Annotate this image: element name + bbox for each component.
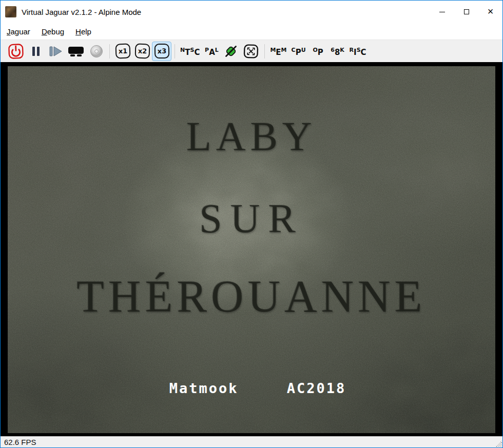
power-button[interactable] bbox=[6, 42, 26, 61]
fullscreen-icon bbox=[243, 43, 259, 60]
frame-advance-button[interactable] bbox=[46, 42, 65, 61]
titlebar[interactable]: Virtual Jaguar v2.1.2 - Alpine Mode × bbox=[1, 1, 502, 23]
scale-x1-button[interactable]: x1 bbox=[113, 42, 132, 61]
menu-help[interactable]: Help bbox=[70, 23, 97, 40]
maximize-button[interactable] bbox=[454, 1, 478, 23]
app-window: Virtual Jaguar v2.1.2 - Alpine Mode × Ja… bbox=[0, 0, 503, 448]
toolbar-separator bbox=[264, 44, 265, 59]
green-slash-icon bbox=[223, 44, 239, 59]
menu-debug[interactable]: Debug bbox=[36, 23, 70, 40]
statusbar: 62.6 FPS bbox=[1, 436, 502, 447]
credit-event: AC2018 bbox=[287, 380, 346, 396]
close-icon: × bbox=[488, 6, 494, 16]
menubar: Jaguar Debug Help bbox=[1, 23, 502, 40]
ntsc-button[interactable]: NTSC bbox=[178, 42, 202, 61]
m68k-browser-button[interactable]: 68K bbox=[328, 42, 347, 61]
minimize-button[interactable] bbox=[430, 1, 454, 23]
fps-counter: 62.6 FPS bbox=[4, 438, 36, 446]
scale-x3-button[interactable]: x3 bbox=[152, 42, 171, 61]
menu-jaguar[interactable]: Jaguar bbox=[1, 23, 36, 40]
x3-icon: x3 bbox=[154, 44, 169, 59]
memory-browser-button[interactable]: MEM bbox=[268, 42, 288, 61]
frame-advance-icon bbox=[48, 44, 63, 59]
minimize-icon bbox=[439, 12, 445, 12]
power-icon bbox=[8, 43, 24, 60]
credit-author: Matmook bbox=[169, 380, 239, 396]
cartridge-icon bbox=[67, 44, 85, 59]
x1-icon: x1 bbox=[115, 44, 130, 59]
pause-button[interactable] bbox=[26, 42, 46, 61]
cd-icon bbox=[89, 44, 104, 59]
toolbar-separator bbox=[109, 44, 110, 59]
toolbar: x1 x2 x3 NTSC PAL bbox=[1, 40, 502, 62]
emulator-screen: LABY SUR THÉROUANNE Matmook AC2018 bbox=[1, 62, 502, 436]
app-icon[interactable] bbox=[5, 6, 16, 17]
game-title-line-2: SUR bbox=[8, 196, 495, 242]
x2-icon: x2 bbox=[134, 44, 150, 59]
game-title-screen: LABY SUR THÉROUANNE Matmook AC2018 bbox=[8, 66, 495, 433]
cpu-browser-button[interactable]: CPU bbox=[289, 42, 308, 61]
risc-browser-button[interactable]: RISC bbox=[347, 42, 369, 61]
maximize-icon bbox=[464, 9, 469, 14]
close-button[interactable]: × bbox=[478, 1, 502, 23]
game-title-line-1: LABY bbox=[8, 113, 495, 160]
game-credits: Matmook AC2018 bbox=[8, 380, 495, 396]
game-title-line-3: THÉROUANNE bbox=[8, 270, 495, 322]
pause-icon bbox=[29, 44, 43, 59]
window-title: Virtual Jaguar v2.1.2 - Alpine Mode bbox=[22, 8, 141, 16]
op-browser-button[interactable]: OP bbox=[308, 42, 328, 61]
insert-cd-button[interactable] bbox=[87, 42, 106, 61]
pal-button[interactable]: PAL bbox=[202, 42, 221, 61]
window-controls: × bbox=[430, 1, 502, 23]
fullscreen-button[interactable] bbox=[241, 42, 261, 61]
resize-grip-icon[interactable] bbox=[495, 440, 502, 447]
scale-x2-button[interactable]: x2 bbox=[132, 42, 152, 61]
overlay-toggle-button[interactable] bbox=[221, 42, 241, 61]
insert-cartridge-button[interactable] bbox=[65, 42, 87, 61]
toolbar-separator bbox=[175, 44, 175, 59]
